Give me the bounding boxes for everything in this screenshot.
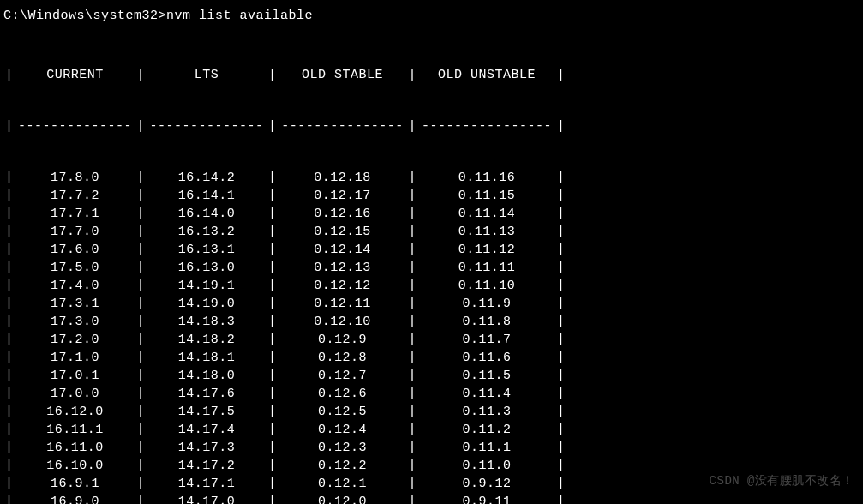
column-separator: |	[555, 493, 567, 504]
version-cell: 0.11.5	[418, 367, 555, 385]
version-cell: 0.11.10	[418, 277, 555, 295]
version-cell: 0.9.12	[418, 475, 555, 493]
column-separator: |	[555, 439, 567, 457]
version-cell: 16.13.2	[147, 223, 267, 241]
version-cell: 14.17.0	[147, 493, 267, 504]
table-row: |16.11.0|14.17.3|0.12.3|0.11.1|	[3, 439, 863, 457]
version-cell: 17.7.2	[15, 187, 135, 205]
column-separator: |	[407, 120, 419, 133]
column-separator: |	[555, 277, 567, 295]
column-separator: |	[407, 349, 419, 367]
version-cell: 14.17.1	[147, 475, 267, 493]
version-cell: 0.11.1	[418, 439, 555, 457]
table-header-row: | CURRENT | LTS | OLD STABLE | OLD UNSTA…	[3, 66, 863, 84]
column-separator: |	[3, 457, 15, 475]
column-separator: |	[407, 421, 419, 439]
header-old-unstable: OLD UNSTABLE	[418, 66, 555, 84]
column-separator: |	[135, 169, 147, 187]
table-row: |17.7.1|16.14.0|0.12.16|0.11.14|	[3, 205, 863, 223]
column-separator: |	[407, 475, 419, 493]
column-separator: |	[555, 349, 567, 367]
table-body: |17.8.0|16.14.2|0.12.18|0.11.16||17.7.2|…	[3, 169, 863, 504]
version-cell: 16.14.2	[147, 169, 267, 187]
column-separator: |	[267, 457, 279, 475]
version-cell: 0.11.6	[418, 349, 555, 367]
column-separator: |	[267, 187, 279, 205]
column-separator: |	[135, 66, 147, 84]
version-cell: 14.18.3	[147, 313, 267, 331]
version-cell: 0.11.8	[418, 313, 555, 331]
version-cell: 14.19.0	[147, 295, 267, 313]
column-separator: |	[407, 457, 419, 475]
divider: --------------	[147, 120, 267, 133]
column-separator: |	[267, 313, 279, 331]
column-separator: |	[555, 331, 567, 349]
version-cell: 0.9.11	[418, 493, 555, 504]
version-cell: 16.10.0	[15, 457, 135, 475]
column-separator: |	[267, 223, 279, 241]
column-separator: |	[135, 403, 147, 421]
version-cell: 17.4.0	[15, 277, 135, 295]
column-separator: |	[555, 403, 567, 421]
column-separator: |	[3, 349, 15, 367]
column-separator: |	[3, 313, 15, 331]
column-separator: |	[407, 223, 419, 241]
version-cell: 0.12.17	[279, 187, 407, 205]
version-table: | CURRENT | LTS | OLD STABLE | OLD UNSTA…	[3, 30, 863, 504]
version-cell: 0.12.10	[279, 313, 407, 331]
version-cell: 0.12.16	[279, 205, 407, 223]
column-separator: |	[267, 120, 279, 133]
column-separator: |	[3, 169, 15, 187]
version-cell: 0.11.3	[418, 403, 555, 421]
column-separator: |	[135, 120, 147, 133]
table-row: |16.9.1|14.17.1|0.12.1|0.9.12|	[3, 475, 863, 493]
column-separator: |	[3, 223, 15, 241]
column-separator: |	[267, 205, 279, 223]
column-separator: |	[407, 205, 419, 223]
column-separator: |	[555, 367, 567, 385]
column-separator: |	[267, 349, 279, 367]
version-cell: 0.12.18	[279, 169, 407, 187]
column-separator: |	[3, 493, 15, 504]
column-separator: |	[407, 277, 419, 295]
column-separator: |	[3, 120, 15, 133]
column-separator: |	[407, 493, 419, 504]
column-separator: |	[3, 367, 15, 385]
version-cell: 17.3.1	[15, 295, 135, 313]
column-separator: |	[267, 277, 279, 295]
table-row: |17.0.0|14.17.6|0.12.6|0.11.4|	[3, 385, 863, 403]
column-separator: |	[3, 331, 15, 349]
version-cell: 0.12.8	[279, 349, 407, 367]
version-cell: 0.12.11	[279, 295, 407, 313]
column-separator: |	[555, 295, 567, 313]
version-cell: 14.17.3	[147, 439, 267, 457]
version-cell: 14.17.6	[147, 385, 267, 403]
table-divider-row: | -------------- | -------------- | ----…	[3, 120, 863, 133]
column-separator: |	[555, 421, 567, 439]
column-separator: |	[135, 493, 147, 504]
table-row: |17.0.1|14.18.0|0.12.7|0.11.5|	[3, 367, 863, 385]
column-separator: |	[135, 295, 147, 313]
column-separator: |	[407, 439, 419, 457]
column-separator: |	[267, 475, 279, 493]
column-separator: |	[555, 187, 567, 205]
version-cell: 14.18.1	[147, 349, 267, 367]
column-separator: |	[267, 385, 279, 403]
version-cell: 17.7.1	[15, 205, 135, 223]
version-cell: 0.11.16	[418, 169, 555, 187]
version-cell: 14.18.0	[147, 367, 267, 385]
table-row: |17.3.0|14.18.3|0.12.10|0.11.8|	[3, 313, 863, 331]
version-cell: 17.1.0	[15, 349, 135, 367]
column-separator: |	[3, 403, 15, 421]
version-cell: 16.14.1	[147, 187, 267, 205]
version-cell: 17.6.0	[15, 241, 135, 259]
column-separator: |	[267, 295, 279, 313]
version-cell: 0.12.13	[279, 259, 407, 277]
column-separator: |	[407, 331, 419, 349]
version-cell: 0.11.15	[418, 187, 555, 205]
divider: --------------	[15, 120, 135, 133]
divider: ---------------	[279, 120, 407, 133]
column-separator: |	[407, 385, 419, 403]
column-separator: |	[3, 421, 15, 439]
column-separator: |	[135, 313, 147, 331]
